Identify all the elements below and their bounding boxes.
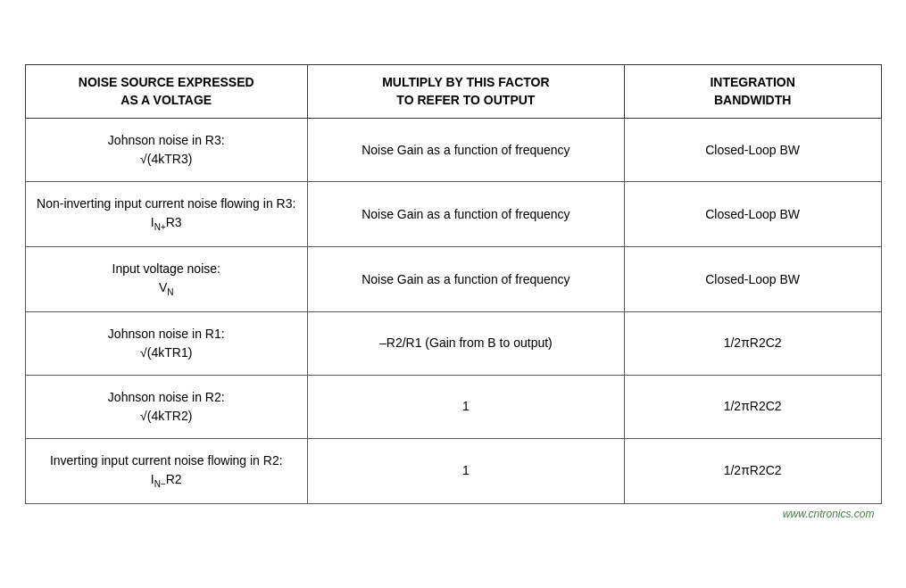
header-col3: INTEGRATIONBANDWIDTH bbox=[624, 65, 881, 119]
cell-multiply-factor-2: Noise Gain as a function of frequency bbox=[307, 247, 624, 312]
cell-integration-bw-5: 1/2πR2C2 bbox=[624, 438, 881, 503]
cell-multiply-factor-3: –R2/R1 (Gain from B to output) bbox=[307, 311, 624, 375]
cell-noise-source-5: Inverting input current noise flowing in… bbox=[25, 438, 307, 503]
cell-multiply-factor-0: Noise Gain as a function of frequency bbox=[307, 119, 624, 182]
cell-noise-source-0: Johnson noise in R3:√(4kTR3) bbox=[25, 119, 307, 182]
table-row: Johnson noise in R1:√(4kTR1)–R2/R1 (Gain… bbox=[25, 311, 881, 375]
cell-noise-source-1: Non-inverting input current noise flowin… bbox=[25, 182, 307, 247]
table-row: Johnson noise in R3:√(4kTR3)Noise Gain a… bbox=[25, 119, 881, 182]
cell-noise-source-3: Johnson noise in R1:√(4kTR1) bbox=[25, 311, 307, 375]
cell-noise-source-4: Johnson noise in R2:√(4kTR2) bbox=[25, 375, 307, 438]
header-col2: MULTIPLY BY THIS FACTORTO REFER TO OUTPU… bbox=[307, 65, 624, 119]
table-row: Johnson noise in R2:√(4kTR2)11/2πR2C2 bbox=[25, 375, 881, 438]
watermark: www.cntronics.com bbox=[25, 504, 882, 524]
cell-multiply-factor-4: 1 bbox=[307, 375, 624, 438]
cell-integration-bw-1: Closed-Loop BW bbox=[624, 182, 881, 247]
cell-integration-bw-4: 1/2πR2C2 bbox=[624, 375, 881, 438]
table-row: Non-inverting input current noise flowin… bbox=[25, 182, 881, 247]
cell-integration-bw-0: Closed-Loop BW bbox=[624, 119, 881, 182]
cell-noise-source-2: Input voltage noise:VN bbox=[25, 247, 307, 312]
table-wrapper: NOISE SOURCE EXPRESSEDAS A VOLTAGE MULTI… bbox=[25, 64, 882, 524]
table-row: Inverting input current noise flowing in… bbox=[25, 438, 881, 503]
noise-table: NOISE SOURCE EXPRESSEDAS A VOLTAGE MULTI… bbox=[25, 64, 882, 504]
header-row: NOISE SOURCE EXPRESSEDAS A VOLTAGE MULTI… bbox=[25, 65, 881, 119]
table-row: Input voltage noise:VNNoise Gain as a fu… bbox=[25, 247, 881, 312]
cell-integration-bw-2: Closed-Loop BW bbox=[624, 247, 881, 312]
cell-multiply-factor-5: 1 bbox=[307, 438, 624, 503]
cell-integration-bw-3: 1/2πR2C2 bbox=[624, 311, 881, 375]
cell-multiply-factor-1: Noise Gain as a function of frequency bbox=[307, 182, 624, 247]
header-col1: NOISE SOURCE EXPRESSEDAS A VOLTAGE bbox=[25, 65, 307, 119]
